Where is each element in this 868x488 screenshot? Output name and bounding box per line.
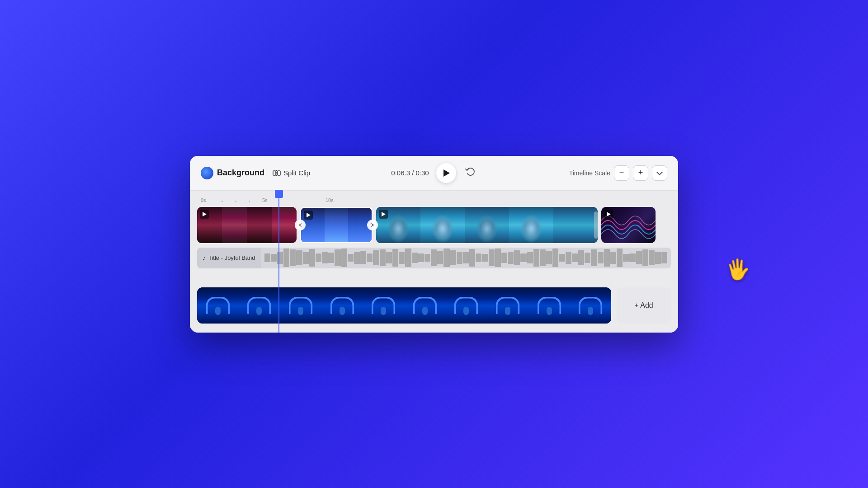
ruler-mark-5s: 5s (262, 197, 268, 203)
play-button[interactable] (436, 163, 456, 183)
video-clip-dark[interactable] (601, 207, 656, 243)
time-ruler: 0s 5s 10s (199, 196, 671, 206)
video-clip-2[interactable] (300, 207, 373, 243)
audio-waveform (261, 248, 671, 268)
clip-2-play-icon (304, 211, 313, 220)
split-clip-icon (273, 169, 281, 177)
scale-minus-button[interactable]: − (614, 165, 629, 181)
audio-title: Title - Joyful Band (208, 254, 255, 261)
video-track-row (197, 206, 671, 244)
audio-label-box: ♪ Title - Joyful Band (197, 248, 261, 268)
svg-rect-1 (278, 171, 280, 175)
editor-panel: Background Split Clip 0:06.3 / 0:30 (190, 156, 678, 333)
loop-button[interactable] (463, 165, 477, 181)
timeline-area: 0s 5s 10s (190, 191, 678, 333)
toolbar: Background Split Clip 0:06.3 / 0:30 (190, 156, 678, 191)
video-clip-3[interactable] (376, 207, 598, 243)
toolbar-center: 0:06.3 / 0:30 (391, 163, 476, 183)
clip-dark-play-icon (604, 210, 613, 219)
headphone-strip (197, 287, 611, 324)
add-button[interactable]: + Add (617, 287, 671, 324)
ruler-mark-0s: 0s (201, 197, 206, 203)
background-dot (201, 167, 213, 179)
clip-arrow-right[interactable] (367, 220, 378, 230)
audio-track: ♪ Title - Joyful Band (197, 248, 671, 268)
scale-plus-button[interactable]: + (633, 165, 648, 181)
drag-cursor-icon: 🖐 (725, 257, 751, 282)
timeline-scale-label: Timeline Scale (569, 169, 610, 177)
split-clip-label: Split Clip (283, 169, 310, 177)
music-note-icon: ♪ (203, 254, 206, 262)
ruler-mark-10s: 10s (326, 197, 334, 203)
play-icon (443, 169, 450, 177)
time-display: 0:06.3 / 0:30 (391, 169, 429, 177)
background-label: Background (217, 168, 264, 178)
toolbar-left: Background Split Clip (201, 166, 384, 180)
clip-3-play-icon (379, 210, 388, 219)
bottom-track-row: + Add (197, 287, 671, 324)
loop-icon (465, 167, 475, 177)
svg-rect-0 (273, 171, 276, 175)
toolbar-right: Timeline Scale − + (484, 165, 667, 181)
clip-1-play-icon (200, 210, 209, 219)
split-clip-button[interactable]: Split Clip (268, 166, 315, 180)
clip-arrow-left[interactable] (295, 220, 306, 230)
chevron-down-icon (656, 169, 663, 175)
timeline-dropdown-button[interactable] (652, 165, 667, 181)
video-clip-1[interactable] (197, 207, 297, 243)
bottom-video-clip[interactable] (197, 287, 611, 324)
